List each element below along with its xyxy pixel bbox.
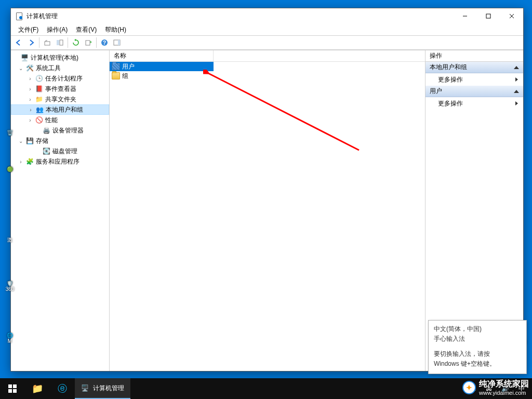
desktop-icon[interactable]: 🗑️ <box>2 130 18 136</box>
svg-line-12 <box>207 73 359 150</box>
action-group-label: 用户 <box>430 87 442 96</box>
tree-label: 服务和应用程序 <box>36 157 79 166</box>
storage-icon: 💾 <box>25 137 34 145</box>
expand-icon[interactable]: › <box>17 159 24 165</box>
toolbar-separator <box>96 37 97 48</box>
expand-icon[interactable]: › <box>27 107 34 113</box>
computer-management-window: 计算机管理 文件(F) 操作(A) 查看(V) 帮助(H) ? 🖥️计算机管理(… <box>10 8 524 371</box>
collapse-icon[interactable]: ⌄ <box>17 65 24 71</box>
list-header: 名称 <box>110 50 425 62</box>
tree-event-viewer[interactable]: ›📕事件查看器 <box>11 84 109 94</box>
tree-root[interactable]: 🖥️计算机管理(本地) <box>11 52 109 63</box>
folder-icon <box>112 63 120 70</box>
action-group-label: 本地用户和组 <box>430 63 467 72</box>
maximize-button[interactable] <box>476 8 500 24</box>
svg-rect-5 <box>57 40 59 45</box>
clock-icon: 🕒 <box>35 74 43 83</box>
toolbar: ? <box>11 35 523 50</box>
tree-label: 存储 <box>36 137 48 145</box>
column-name[interactable]: 名称 <box>110 50 214 61</box>
performance-icon: 🚫 <box>35 116 43 124</box>
close-button[interactable] <box>500 8 523 24</box>
svg-rect-1 <box>486 14 490 18</box>
action-more-1[interactable]: 更多操作 <box>425 73 523 86</box>
title-bar[interactable]: 计算机管理 <box>11 8 523 24</box>
ime-method: 手心输入法 <box>434 335 521 343</box>
folder-icon <box>112 72 120 79</box>
minimize-button[interactable] <box>453 8 476 24</box>
tree-disk-management[interactable]: 💽磁盘管理 <box>11 146 109 156</box>
up-button[interactable] <box>42 37 53 48</box>
taskbar-edge[interactable]: ⓔ <box>50 378 75 399</box>
chevron-right-icon <box>515 77 518 82</box>
menu-action[interactable]: 操作(A) <box>43 24 72 35</box>
list-item-label: 组 <box>122 72 128 81</box>
tree-device-manager[interactable]: 🖨️设备管理器 <box>11 125 109 136</box>
watermark-title: 纯净系统家园 <box>479 379 529 388</box>
action-group-local-users[interactable]: 本地用户和组 <box>425 62 523 73</box>
desktop-icon[interactable]: 🛡️360 <box>2 281 18 292</box>
menu-file[interactable]: 文件(F) <box>14 24 43 35</box>
users-icon: 👥 <box>35 105 44 114</box>
menu-help[interactable]: 帮助(H) <box>101 24 130 35</box>
folder-icon: 📁 <box>35 95 43 103</box>
tools-icon: 🛠️ <box>25 64 34 72</box>
action-group-users[interactable]: 用户 <box>425 86 523 97</box>
expand-icon[interactable]: › <box>26 97 34 102</box>
refresh-button[interactable] <box>70 37 82 48</box>
start-button[interactable] <box>0 378 25 399</box>
action-item-label: 更多操作 <box>438 75 463 84</box>
tree-label: 本地用户和组 <box>46 105 83 114</box>
tree-performance[interactable]: ›🚫性能 <box>11 115 109 125</box>
expand-icon[interactable]: › <box>26 117 34 123</box>
expand-icon[interactable]: › <box>26 76 34 82</box>
svg-text:?: ? <box>103 40 106 46</box>
actions-header: 操作 <box>425 50 523 62</box>
collapse-icon[interactable]: ⌄ <box>17 138 24 144</box>
svg-rect-14 <box>13 384 17 388</box>
action-pane-button[interactable] <box>111 37 123 48</box>
back-button[interactable] <box>13 37 24 48</box>
svg-rect-7 <box>86 41 90 45</box>
list-panel: 名称 用户 组 <box>110 50 425 371</box>
desktop-icon[interactable]: 🟢 <box>2 166 18 172</box>
ime-hint: Windows 键+空格键。 <box>434 360 521 368</box>
app-icon: 🖥️ <box>81 384 89 392</box>
action-more-2[interactable]: 更多操作 <box>425 97 523 110</box>
svg-rect-13 <box>8 384 12 388</box>
forward-button[interactable] <box>25 37 37 48</box>
watermark-url: www.yidaimei.com <box>479 390 529 396</box>
app-icon <box>15 12 23 20</box>
tree-panel[interactable]: 🖥️计算机管理(本地) ⌄🛠️系统工具 ›🕒任务计划程序 ›📕事件查看器 ›📁共… <box>11 50 110 371</box>
expand-icon[interactable]: › <box>26 86 34 92</box>
ime-hint: 要切换输入法，请按 <box>434 350 521 358</box>
desktop-icon[interactable]: 🌐M <box>2 332 18 344</box>
show-hide-tree-button[interactable] <box>54 37 65 48</box>
desktop-icon[interactable]: 激 <box>2 236 18 244</box>
tree-label: 性能 <box>45 116 58 125</box>
list-body[interactable]: 用户 组 <box>110 62 425 371</box>
taskbar-file-explorer[interactable]: 📁 <box>25 378 50 399</box>
help-button[interactable]: ? <box>99 37 110 48</box>
list-item-users[interactable]: 用户 <box>110 62 214 71</box>
tree-label: 共享文件夹 <box>45 95 76 104</box>
export-button[interactable] <box>83 37 94 48</box>
tree-storage[interactable]: ⌄💾存储 <box>11 136 109 146</box>
taskbar-computer-management[interactable]: 🖥️ 计算机管理 <box>75 378 130 399</box>
computer-icon: 🖥️ <box>20 54 29 62</box>
tree-local-users-groups[interactable]: ›👥本地用户和组 <box>11 104 109 115</box>
window-title: 计算机管理 <box>26 12 58 21</box>
tree-task-scheduler[interactable]: ›🕒任务计划程序 <box>11 73 109 84</box>
list-item-groups[interactable]: 组 <box>110 71 425 81</box>
tree-shared-folders[interactable]: ›📁共享文件夹 <box>11 94 109 104</box>
tree-system-tools[interactable]: ⌄🛠️系统工具 <box>11 63 109 73</box>
menu-view[interactable]: 查看(V) <box>72 24 101 35</box>
task-label: 计算机管理 <box>93 384 124 393</box>
tree-services-apps[interactable]: ›🧩服务和应用程序 <box>11 156 109 167</box>
annotation-arrow <box>203 70 369 158</box>
device-icon: 🖨️ <box>42 126 50 135</box>
tree-label: 磁盘管理 <box>52 147 77 156</box>
watermark-logo-icon: ✦ <box>462 381 476 394</box>
toolbar-separator <box>39 37 39 48</box>
tree-label: 计算机管理(本地) <box>31 54 78 62</box>
